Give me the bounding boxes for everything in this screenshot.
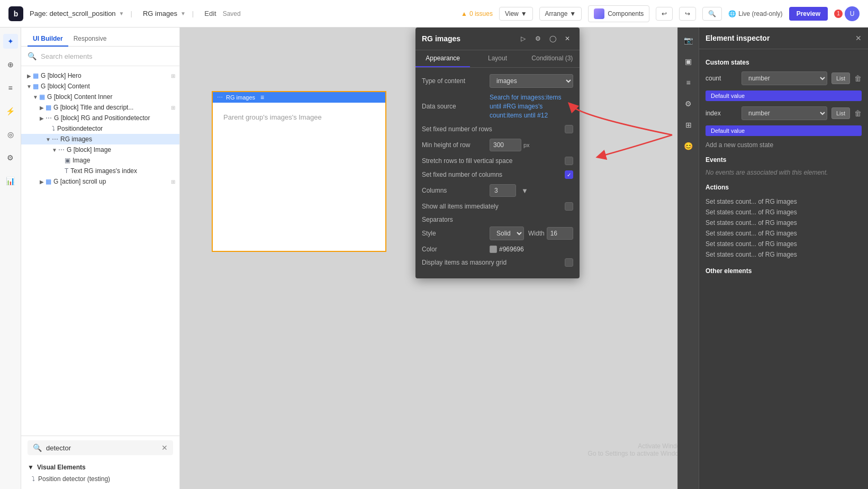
separator: | <box>131 10 132 17</box>
action-item[interactable]: Set states count... of RG images <box>706 228 862 239</box>
canvas-element-label: RG images <box>226 94 255 101</box>
tree-item[interactable]: ▼ ⋯ G [block] Image <box>21 144 179 155</box>
min-height-input[interactable] <box>490 139 521 151</box>
state-index-list-button[interactable]: List <box>831 107 850 119</box>
width-input[interactable] <box>547 227 573 240</box>
tree-item-label: G [block] Content Inner <box>47 93 175 101</box>
tab-responsive[interactable]: Responsive <box>68 32 112 47</box>
tree-item-label: G [block] Hero <box>41 72 169 79</box>
count-default-value-button[interactable]: Default value <box>706 90 862 101</box>
visual-elements-header[interactable]: ▼ Visual Elements <box>28 464 173 471</box>
canvas-element-body: Parent group's images's Imagee <box>213 103 385 251</box>
action-item[interactable]: Set states count... of RG images <box>706 249 862 260</box>
tree-item[interactable]: ▼ ⋯ RG images <box>21 134 179 144</box>
element-panel: RG images ▷ ⚙ ◯ ✕ Appearance Layout Cond… <box>415 28 580 278</box>
state-count-list-button[interactable]: List <box>831 73 850 84</box>
live-button[interactable]: 🌐 Live (read-only) <box>728 10 782 17</box>
tree-item[interactable]: ▶ ▦ G [block] Hero ⊞ <box>21 70 179 81</box>
masonry-label: Display items as masonry grid <box>422 259 565 266</box>
tab-layout[interactable]: Layout <box>470 50 525 67</box>
stretch-rows-checkbox[interactable] <box>565 157 573 165</box>
tab-appearance[interactable]: Appearance <box>415 50 470 67</box>
bottom-search-input[interactable] <box>46 444 157 452</box>
tree-item[interactable]: ▼ ▦ G [block] Content Inner <box>21 92 179 102</box>
chart-icon[interactable]: 📊 <box>3 174 18 188</box>
monitor-icon[interactable]: ▣ <box>682 55 695 68</box>
search-input[interactable] <box>41 52 173 60</box>
components-icon <box>594 8 604 19</box>
color-swatch[interactable] <box>490 246 497 253</box>
fixed-columns-checkbox[interactable]: ✓ <box>565 170 573 179</box>
data-source-link[interactable]: Search for imagess:items until #RG image… <box>490 93 573 120</box>
layers-right-icon[interactable]: ≡ <box>682 76 695 89</box>
settings-icon[interactable]: ⚙ <box>3 150 18 165</box>
arrange-chevron-icon: ▼ <box>569 10 576 17</box>
state-index-type-select[interactable]: number <box>742 106 827 120</box>
notification-badge[interactable]: 1 <box>834 10 843 18</box>
state-count-type-select[interactable]: number <box>742 71 827 85</box>
tree-item[interactable]: ▣ Image <box>21 155 179 166</box>
canvas-rg-images[interactable]: ⋯ RG images ≡ Parent group's images's Im… <box>212 91 386 252</box>
type-of-content-select[interactable]: images <box>490 74 573 88</box>
settings-panel-icon-btn[interactable]: ⚙ <box>532 33 544 44</box>
play-icon-btn[interactable]: ▷ <box>517 33 529 44</box>
state-index-delete-button[interactable]: 🗑 <box>854 109 862 117</box>
data-icon[interactable]: ≡ <box>3 80 18 95</box>
view-button[interactable]: View ▼ <box>499 7 533 21</box>
show-all-checkbox[interactable] <box>565 202 573 211</box>
tree-toggle-icon: ▶ <box>38 179 46 185</box>
edit-button[interactable]: Edit <box>204 10 216 17</box>
grid-icon[interactable]: ⊞ <box>682 119 695 131</box>
rg-selector[interactable]: RG images ▼ <box>143 10 186 17</box>
close-panel-button[interactable]: ✕ <box>562 33 573 44</box>
tab-ui-builder[interactable]: UI Builder <box>28 32 68 47</box>
action-item[interactable]: Set states count... of RG images <box>706 218 862 228</box>
clear-search-button[interactable]: ✕ <box>161 443 168 452</box>
tree-element-icon: T <box>65 167 68 175</box>
columns-value: ▼ <box>490 184 573 197</box>
help-icon[interactable]: 😊 <box>682 140 695 152</box>
components-button[interactable]: Components <box>588 5 649 22</box>
tree-item[interactable]: ▶ ⋯ G [block] RG and Positiondetector <box>21 113 179 123</box>
tree-element-icon: ▦ <box>33 72 39 79</box>
preview-button[interactable]: Preview <box>789 7 828 21</box>
gear-right-icon[interactable]: ⚙ <box>682 97 695 110</box>
issues-indicator[interactable]: ▲ 0 issues <box>461 10 493 17</box>
style-row: Style Solid Width <box>422 227 573 240</box>
style-select[interactable]: Solid <box>490 227 524 240</box>
cursor-icon[interactable]: ✦ <box>3 34 18 49</box>
layers-icon[interactable]: ⊕ <box>3 57 18 72</box>
avatar[interactable]: U <box>845 6 860 21</box>
tree-item[interactable]: ⤵ Positiondetector <box>21 123 179 134</box>
index-default-value-button[interactable]: Default value <box>706 125 862 136</box>
action-item[interactable]: Set states count... of RG images <box>706 239 862 249</box>
sidebar-tabs: UI Builder Responsive <box>21 28 179 47</box>
redo-button[interactable]: ↪ <box>679 7 696 21</box>
plug-icon[interactable]: ⚡ <box>3 104 18 119</box>
undo-button[interactable]: ↩ <box>656 7 673 21</box>
arrange-button[interactable]: Arrange ▼ <box>539 7 582 21</box>
columns-input[interactable] <box>490 184 516 197</box>
action-item[interactable]: Set states count... of RG images <box>706 196 862 207</box>
page-chevron-icon: ▼ <box>119 11 124 16</box>
tree-item[interactable]: T Text RG images's index <box>21 166 179 176</box>
circle-icon-btn[interactable]: ◯ <box>547 33 558 44</box>
action-item[interactable]: Set states count... of RG images <box>706 207 862 218</box>
tree-item[interactable]: ▼ ▦ G [block] Content <box>21 81 179 92</box>
globe-nav-icon[interactable]: ◎ <box>3 127 18 142</box>
list-item[interactable]: ⤵ Position detector (testing) <box>28 473 173 485</box>
page-selector[interactable]: Page: detect_scroll_position ▼ <box>30 10 124 17</box>
tab-conditional[interactable]: Conditional (3) <box>525 50 580 67</box>
tree-item-label: Image <box>73 157 175 164</box>
masonry-checkbox[interactable] <box>565 258 573 267</box>
search-button[interactable]: 🔍 <box>702 7 722 21</box>
tree-element-icon: ⋯ <box>46 114 52 122</box>
inspector-close-button[interactable]: ✕ <box>855 34 862 42</box>
add-state-link[interactable]: Add a new custom state <box>706 141 862 149</box>
tree-item[interactable]: ▶ ▦ G [action] scroll up ⊞ <box>21 176 179 187</box>
camera-icon[interactable]: 📷 <box>682 34 695 47</box>
state-count-delete-button[interactable]: 🗑 <box>854 74 862 83</box>
visual-elements-label: Visual Elements <box>37 464 86 471</box>
fixed-rows-checkbox[interactable] <box>565 125 573 133</box>
tree-item[interactable]: ▶ ▦ G [block] Title and descript... ⊞ <box>21 102 179 113</box>
